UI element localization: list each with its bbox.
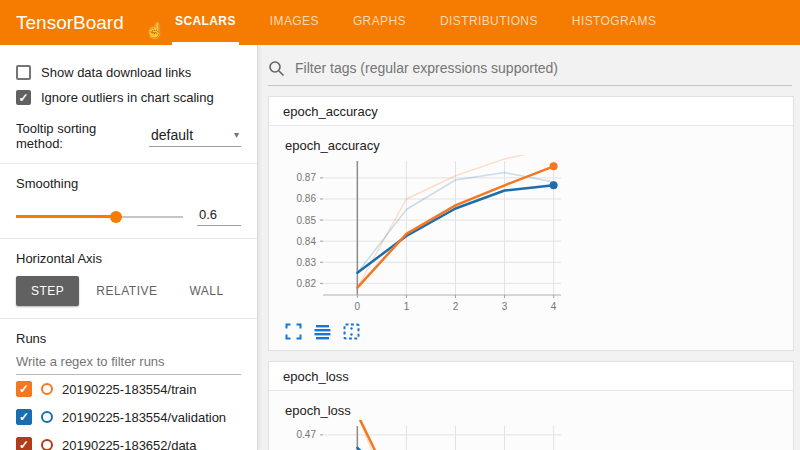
svg-text:4: 4 bbox=[551, 301, 557, 312]
ignore-outliers-checkbox[interactable]: ✓ Ignore outliers in chart scaling bbox=[16, 90, 241, 105]
tooltip-sorting-dropdown[interactable]: default ▾ bbox=[149, 126, 241, 147]
run-color-circle bbox=[41, 411, 53, 423]
log-scale-icon[interactable] bbox=[314, 323, 331, 340]
scalar-chart-epoch-loss: epoch_loss 0.430.450.4701234 bbox=[283, 403, 793, 450]
run-checkbox-icon: ✓ bbox=[16, 409, 32, 425]
smoothing-value-input[interactable]: 0.6 bbox=[197, 207, 241, 226]
run-label: 20190225-183554/train bbox=[62, 382, 196, 397]
svg-text:0.83: 0.83 bbox=[297, 257, 317, 268]
svg-text:0: 0 bbox=[355, 301, 361, 312]
tab-distributions[interactable]: DISTRIBUTIONS bbox=[437, 0, 541, 45]
tab-bar: SCALARS IMAGES GRAPHS DISTRIBUTIONS HIST… bbox=[172, 0, 659, 45]
fit-domain-icon[interactable] bbox=[343, 323, 360, 340]
smoothing-section: Smoothing 0.6 bbox=[0, 163, 257, 238]
app-header: TensorBoard SCALARS IMAGES GRAPHS DISTRI… bbox=[0, 0, 800, 45]
svg-text:0.84: 0.84 bbox=[297, 236, 317, 247]
checkbox-label: Ignore outliers in chart scaling bbox=[41, 90, 214, 105]
checkbox-icon: ✓ bbox=[16, 90, 31, 105]
horizontal-axis-buttons: STEP RELATIVE WALL bbox=[16, 276, 241, 306]
tab-graphs[interactable]: GRAPHS bbox=[350, 0, 409, 45]
horizontal-axis-label: Horizontal Axis bbox=[16, 251, 241, 266]
checkbox-label: Show data download links bbox=[41, 65, 191, 80]
sidebar: ✓ Show data download links ✓ Ignore outl… bbox=[0, 45, 258, 450]
tag-group-header[interactable]: epoch_accuracy bbox=[269, 97, 793, 126]
tag-group-epoch-loss: epoch_loss epoch_loss 0.430.450.4701234 bbox=[268, 361, 794, 450]
epoch-accuracy-plot[interactable]: 0.820.830.840.850.860.8701234 bbox=[283, 155, 567, 317]
main-pane: epoch_accuracy epoch_accuracy 0.820.830.… bbox=[258, 45, 800, 450]
runs-section: Runs ✓ 20190225-183554/train ✓ 20190225-… bbox=[0, 318, 257, 450]
tag-group-body: epoch_accuracy 0.820.830.840.850.860.870… bbox=[269, 126, 793, 350]
search-icon bbox=[268, 60, 285, 77]
smoothing-label: Smoothing bbox=[16, 176, 241, 191]
app-title: TensorBoard bbox=[0, 0, 150, 45]
slider-knob[interactable] bbox=[110, 211, 122, 223]
svg-text:3: 3 bbox=[502, 301, 508, 312]
runs-filter-input[interactable] bbox=[16, 352, 241, 375]
run-label: 20190225-183554/validation bbox=[62, 410, 226, 425]
chart-title: epoch_accuracy bbox=[285, 138, 793, 153]
svg-text:1: 1 bbox=[404, 301, 410, 312]
tag-group-epoch-accuracy: epoch_accuracy epoch_accuracy 0.820.830.… bbox=[268, 96, 794, 351]
cursor-icon: ☝ bbox=[146, 22, 163, 38]
epoch-loss-plot[interactable]: 0.430.450.4701234 bbox=[283, 420, 567, 450]
tag-filter-input[interactable] bbox=[293, 59, 792, 77]
step-button[interactable]: STEP bbox=[16, 276, 79, 306]
svg-text:0.85: 0.85 bbox=[297, 215, 317, 226]
run-row-validation[interactable]: ✓ 20190225-183554/validation bbox=[16, 403, 241, 431]
svg-text:0.86: 0.86 bbox=[297, 193, 317, 204]
slider-fill bbox=[16, 215, 116, 218]
horizontal-axis-section: Horizontal Axis STEP RELATIVE WALL bbox=[0, 238, 257, 318]
run-color-circle bbox=[41, 383, 53, 395]
smoothing-slider[interactable] bbox=[16, 210, 183, 224]
run-row-data[interactable]: ✓ 20190225-183652/data bbox=[16, 431, 241, 450]
expand-icon[interactable] bbox=[285, 323, 302, 340]
run-checkbox-icon: ✓ bbox=[16, 381, 32, 397]
tag-group-body: epoch_loss 0.430.450.4701234 bbox=[269, 391, 793, 450]
tooltip-sorting-row: Tooltip sorting method: default ▾ bbox=[16, 121, 241, 151]
chart-title: epoch_loss bbox=[285, 403, 793, 418]
show-download-links-checkbox[interactable]: ✓ Show data download links bbox=[16, 65, 241, 80]
tag-group-header[interactable]: epoch_loss bbox=[269, 362, 793, 391]
svg-text:0.87: 0.87 bbox=[297, 172, 317, 183]
relative-button[interactable]: RELATIVE bbox=[81, 276, 172, 306]
run-row-train[interactable]: ✓ 20190225-183554/train bbox=[16, 375, 241, 403]
tooltip-sorting-value: default bbox=[151, 127, 193, 143]
run-label: 20190225-183652/data bbox=[62, 438, 196, 450]
wall-button[interactable]: WALL bbox=[174, 276, 238, 306]
tab-histograms[interactable]: HISTOGRAMS bbox=[569, 0, 659, 45]
tab-scalars[interactable]: SCALARS bbox=[172, 0, 239, 45]
runs-label: Runs bbox=[16, 331, 241, 346]
run-color-circle bbox=[41, 439, 53, 450]
scalar-chart-epoch-accuracy: epoch_accuracy 0.820.830.840.850.860.870… bbox=[283, 138, 793, 340]
tab-images[interactable]: IMAGES bbox=[267, 0, 322, 45]
svg-text:2: 2 bbox=[453, 301, 459, 312]
svg-text:0.47: 0.47 bbox=[297, 429, 317, 440]
tag-filter bbox=[268, 59, 792, 86]
run-checkbox-icon: ✓ bbox=[16, 437, 32, 450]
tooltip-sorting-label: Tooltip sorting method: bbox=[16, 121, 141, 151]
caret-down-icon: ▾ bbox=[234, 129, 239, 140]
checkbox-icon: ✓ bbox=[16, 65, 31, 80]
svg-text:0.82: 0.82 bbox=[297, 278, 317, 289]
general-settings-section: ✓ Show data download links ✓ Ignore outl… bbox=[0, 45, 257, 163]
chart-toolbar bbox=[283, 323, 793, 340]
